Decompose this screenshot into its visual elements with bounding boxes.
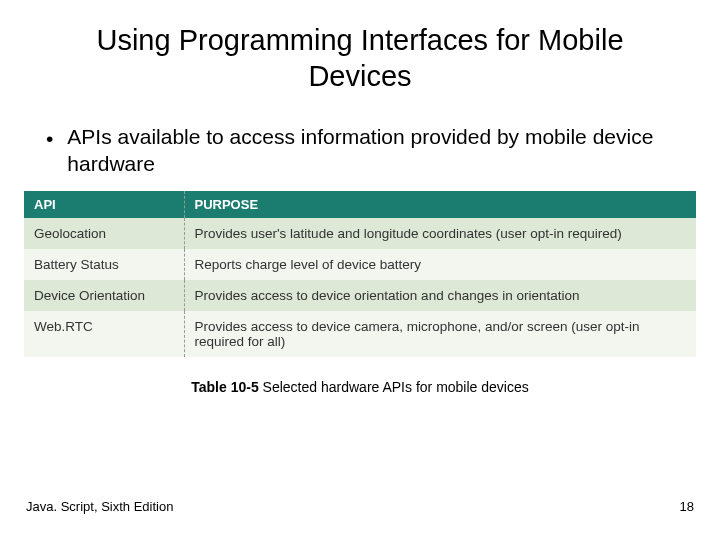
table-row: Web.RTC Provides access to device camera… (24, 311, 696, 357)
table-header-api: API (24, 191, 184, 218)
cell-api: Web.RTC (24, 311, 184, 357)
bullet-dot: • (46, 125, 53, 152)
table-caption: Table 10-5 Selected hardware APIs for mo… (24, 379, 696, 395)
cell-purpose: Provides user's latitude and longitude c… (184, 218, 696, 249)
cell-api: Device Orientation (24, 280, 184, 311)
table-header-row: API PURPOSE (24, 191, 696, 218)
cell-api: Battery Status (24, 249, 184, 280)
api-table: API PURPOSE Geolocation Provides user's … (24, 191, 696, 357)
table-row: Geolocation Provides user's latitude and… (24, 218, 696, 249)
cell-purpose: Provides access to device orientation an… (184, 280, 696, 311)
slide-footer: Java. Script, Sixth Edition 18 (26, 499, 694, 514)
footer-page-number: 18 (680, 499, 694, 514)
table-header-purpose: PURPOSE (184, 191, 696, 218)
cell-api: Geolocation (24, 218, 184, 249)
bullet-list: • APIs available to access information p… (46, 123, 674, 178)
table-row: Device Orientation Provides access to de… (24, 280, 696, 311)
caption-text: Selected hardware APIs for mobile device… (259, 379, 529, 395)
cell-purpose: Reports charge level of device battery (184, 249, 696, 280)
slide-title: Using Programming Interfaces for Mobile … (84, 22, 636, 95)
bullet-text: APIs available to access information pro… (67, 123, 674, 178)
caption-label: Table 10-5 (191, 379, 258, 395)
table-row: Battery Status Reports charge level of d… (24, 249, 696, 280)
footer-left: Java. Script, Sixth Edition (26, 499, 173, 514)
bullet-item: • APIs available to access information p… (46, 123, 674, 178)
cell-purpose: Provides access to device camera, microp… (184, 311, 696, 357)
